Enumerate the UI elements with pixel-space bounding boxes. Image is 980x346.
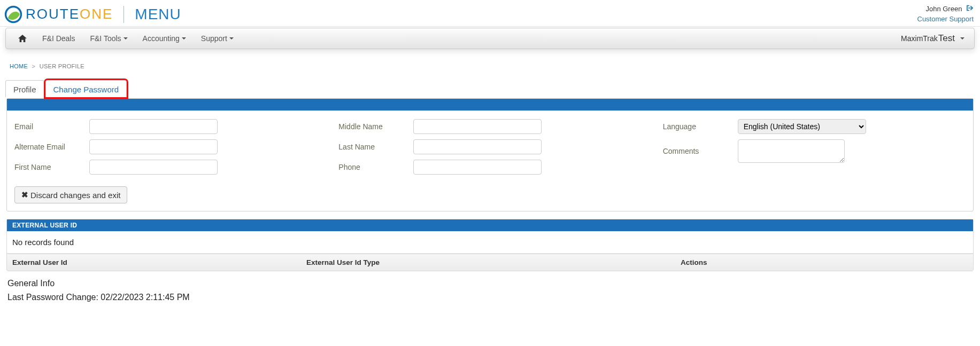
caret-icon (124, 37, 128, 40)
alternate-email-label: Alternate Email (14, 143, 89, 151)
general-info-section: General Info Last Password Change: 02/22… (6, 277, 974, 304)
email-label: Email (14, 122, 89, 131)
external-user-id-title: EXTERNAL USER ID (7, 219, 973, 231)
nav-fi-tools[interactable]: F&I Tools (82, 28, 135, 49)
profile-panel-header (7, 99, 973, 111)
phone-input[interactable] (413, 160, 542, 175)
middle-name-label: Middle Name (338, 122, 413, 131)
profile-panel: Email Alternate Email First Name Middle … (6, 98, 974, 211)
brand-divider (124, 6, 124, 23)
nav-support-label: Support (201, 34, 227, 43)
first-name-input[interactable] (89, 160, 218, 175)
tab-profile[interactable]: Profile (5, 80, 44, 97)
nav-accounting[interactable]: Accounting (135, 28, 194, 49)
external-col-id: External User Id (7, 254, 301, 271)
breadcrumb: HOME > USER PROFILE (10, 63, 974, 69)
brand-bar: ROUTEONE MENU John Green Customer Suppor… (0, 0, 980, 27)
tab-change-password[interactable]: Change Password (45, 80, 127, 97)
phone-label: Phone (338, 163, 413, 171)
external-col-actions: Actions (675, 254, 973, 271)
user-block: John Green Customer Support (917, 4, 974, 23)
tab-change-password-label: Change Password (53, 85, 119, 94)
language-label: Language (663, 122, 738, 131)
brand-logo[interactable]: ROUTEONE MENU (4, 5, 181, 23)
brand-name: ROUTEONE (26, 6, 113, 22)
brand-name-secondary: ONE (80, 6, 113, 22)
caret-icon (229, 37, 234, 40)
nav-fi-deals[interactable]: F&I Deals (35, 28, 82, 49)
sign-out-icon[interactable] (966, 5, 974, 13)
last-name-label: Last Name (338, 143, 413, 151)
discard-changes-label: Discard changes and exit (30, 191, 120, 200)
email-input[interactable] (89, 119, 218, 134)
nav-support[interactable]: Support (194, 28, 241, 49)
tab-strip: Profile Change Password (5, 80, 974, 97)
main-nav: F&I Deals F&I Tools Accounting Support M… (5, 28, 975, 49)
nav-home-icon[interactable] (10, 28, 35, 49)
brand-name-primary: ROUTE (26, 6, 80, 22)
dealer-name-prefix: MaximTrak (901, 34, 938, 43)
external-table-header: External User Id External User Id Type A… (7, 254, 973, 271)
close-icon: ✖ (21, 190, 28, 200)
nav-accounting-label: Accounting (143, 34, 180, 43)
external-empty-message: No records found (7, 231, 973, 254)
breadcrumb-separator: > (32, 63, 36, 69)
general-info-title: General Info (7, 277, 974, 290)
user-name: John Green (925, 5, 962, 13)
last-name-input[interactable] (413, 139, 542, 154)
customer-support-link[interactable]: Customer Support (917, 14, 974, 24)
last-password-change-label: Last Password Change: (7, 293, 98, 302)
alternate-email-input[interactable] (89, 139, 218, 154)
external-col-type: External User Id Type (301, 254, 675, 271)
nav-fi-deals-label: F&I Deals (42, 34, 75, 43)
routeone-logo-icon (4, 5, 22, 23)
dealer-switcher[interactable]: MaximTrakTest (901, 33, 970, 44)
brand-menu-label: MENU (135, 6, 181, 23)
tab-profile-label: Profile (13, 85, 36, 94)
first-name-label: First Name (14, 163, 89, 171)
discard-changes-button[interactable]: ✖ Discard changes and exit (14, 186, 127, 203)
comments-textarea[interactable] (738, 139, 845, 163)
language-select[interactable]: English (United States) (738, 119, 866, 134)
caret-icon (182, 37, 186, 40)
middle-name-input[interactable] (413, 119, 542, 134)
breadcrumb-home[interactable]: HOME (10, 63, 28, 69)
breadcrumb-current: USER PROFILE (40, 63, 84, 69)
external-user-id-panel: EXTERNAL USER ID No records found Extern… (6, 219, 974, 271)
nav-fi-tools-label: F&I Tools (90, 34, 121, 43)
last-password-change-value: 02/22/2023 2:11:45 PM (101, 293, 189, 302)
comments-label: Comments (663, 147, 738, 155)
caret-icon (960, 37, 964, 40)
dealer-name-suffix: Test (938, 33, 955, 44)
